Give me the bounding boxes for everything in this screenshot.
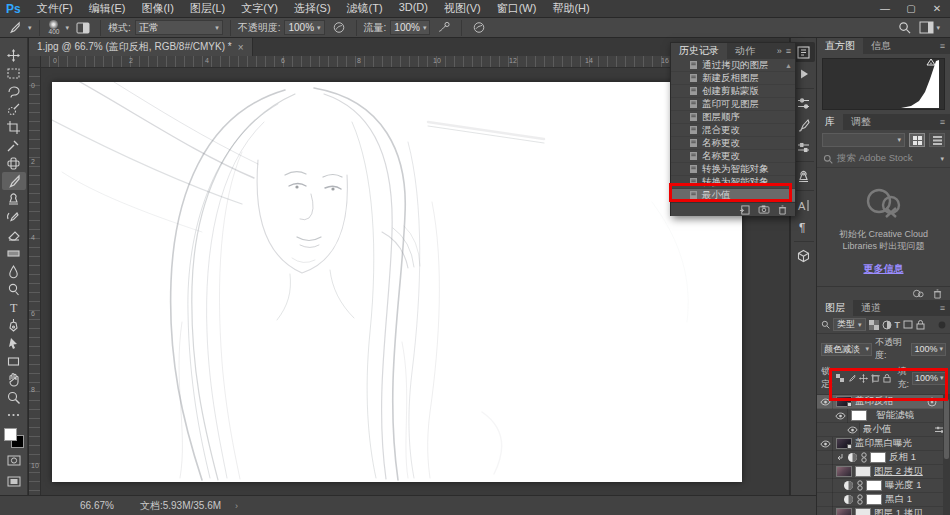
layer-visibility-toggle[interactable] xyxy=(819,465,833,479)
document-tab[interactable]: 1.jpg @ 66.7% (盖印反相, RGB/8#/CMYK) * × xyxy=(29,38,253,56)
filter-type-select[interactable]: 类型▾ xyxy=(833,318,866,331)
more-info-link[interactable]: 更多信息 xyxy=(864,262,904,276)
eyedropper-tool[interactable] xyxy=(2,136,26,154)
tab-libraries[interactable]: 库 xyxy=(817,114,843,130)
workspace-switcher-icon[interactable]: ▾ xyxy=(919,21,940,34)
filter-shape-icon[interactable] xyxy=(903,320,913,329)
tab-layers[interactable]: 图层 xyxy=(817,300,853,316)
history-item[interactable]: 转换为智能对象 xyxy=(671,176,795,189)
brush-tool[interactable] xyxy=(2,172,26,190)
history-item[interactable]: 混合更改 xyxy=(671,124,795,137)
layer-thumbnail[interactable] xyxy=(836,508,852,515)
minimize-button[interactable]: — xyxy=(872,1,898,17)
history-item[interactable]: 盖印可见图层 xyxy=(671,98,795,111)
status-options-chevron-icon[interactable]: › xyxy=(235,501,238,511)
tab-adjustments[interactable]: 调整 xyxy=(843,114,879,130)
new-document-from-state-icon[interactable] xyxy=(739,205,750,215)
layer-row[interactable]: 图层 1 拷贝 xyxy=(817,507,950,515)
history-item[interactable]: 新建反相图层 xyxy=(671,72,795,85)
canvas-image[interactable] xyxy=(52,82,742,482)
dodge-tool[interactable] xyxy=(2,280,26,298)
lock-image-icon[interactable] xyxy=(847,374,856,383)
collapse-panel-icon[interactable]: » xyxy=(777,46,782,56)
quick-select-tool[interactable] xyxy=(2,100,26,118)
library-select[interactable]: ▾ xyxy=(822,133,905,147)
layer-row[interactable]: 最小值 xyxy=(817,423,950,437)
lock-artboard-icon[interactable] xyxy=(871,374,880,383)
layer-visibility-toggle[interactable] xyxy=(819,395,833,409)
menu-item-10[interactable]: 窗口(W) xyxy=(489,1,545,16)
layer-row[interactable]: 智能滤镜 xyxy=(817,409,950,423)
layer-thumbnail[interactable] xyxy=(836,466,852,477)
filter-pin-icon[interactable] xyxy=(938,321,946,329)
menu-item-3[interactable]: 图像(I) xyxy=(133,1,181,16)
history-item[interactable]: 创建剪贴蒙版 xyxy=(671,85,795,98)
layer-thumbnail[interactable] xyxy=(836,396,852,407)
screen-mode-icon[interactable] xyxy=(2,472,26,490)
filter-pixel-icon[interactable] xyxy=(869,320,879,330)
adjustment-layer-icon[interactable] xyxy=(843,480,854,491)
pen-tool[interactable] xyxy=(2,316,26,334)
opacity-select[interactable]: 100%▾ xyxy=(284,20,324,35)
histogram-panel-menu-icon[interactable]: ≡ xyxy=(940,41,950,51)
menu-item-5[interactable]: 文字(Y) xyxy=(233,1,286,16)
path-select-tool[interactable] xyxy=(2,334,26,352)
layers-scrollbar[interactable] xyxy=(943,395,950,515)
tab-histogram[interactable]: 直方图 xyxy=(817,38,863,54)
menu-item-11[interactable]: 帮助(H) xyxy=(544,1,597,16)
blur-tool[interactable] xyxy=(2,262,26,280)
layer-thumbnail[interactable] xyxy=(836,438,852,449)
search-icon[interactable] xyxy=(898,21,911,34)
layer-row[interactable]: 反相 1 xyxy=(817,451,950,465)
pressure-opacity-icon[interactable] xyxy=(329,20,349,36)
tab-history[interactable]: 历史记录 xyxy=(671,43,727,59)
panel-menu-icon[interactable]: ≡ xyxy=(786,46,791,56)
document-close-icon[interactable]: × xyxy=(238,42,244,53)
delete-library-item-icon[interactable] xyxy=(933,289,942,299)
layer-thumbnail[interactable] xyxy=(855,508,871,515)
delete-state-icon[interactable] xyxy=(778,205,787,215)
gradient-tool[interactable] xyxy=(2,244,26,262)
layer-row[interactable]: 盖印反相⌃ xyxy=(817,395,950,409)
3d-panel-icon[interactable] xyxy=(793,246,815,266)
color-swatches[interactable] xyxy=(4,428,24,448)
new-snapshot-icon[interactable] xyxy=(758,205,770,214)
layer-thumbnail[interactable] xyxy=(851,410,867,421)
menu-item-7[interactable]: 滤镜(T) xyxy=(339,1,391,16)
maximize-button[interactable]: ▢ xyxy=(898,1,924,17)
layer-thumbnail[interactable] xyxy=(866,480,882,491)
clone-stamp-tool[interactable] xyxy=(2,190,26,208)
layer-row[interactable]: 图层 2 拷贝 xyxy=(817,465,950,479)
lock-transparent-icon[interactable] xyxy=(836,374,844,382)
layer-visibility-toggle[interactable] xyxy=(834,409,848,423)
shape-tool[interactable] xyxy=(2,352,26,370)
layer-visibility-toggle[interactable] xyxy=(819,507,833,515)
layer-visibility-toggle[interactable] xyxy=(819,493,833,507)
tool-preset-chevron-icon[interactable]: ▾ xyxy=(28,24,32,32)
history-brush-tool[interactable] xyxy=(2,208,26,226)
layer-visibility-toggle[interactable] xyxy=(819,479,833,493)
blend-mode-select[interactable]: 正常▾ xyxy=(135,20,223,35)
healing-tool[interactable] xyxy=(2,154,26,172)
layer-visibility-toggle[interactable] xyxy=(846,423,860,437)
menu-item-2[interactable]: 编辑(E) xyxy=(81,1,134,16)
brush-preset-chevron-icon[interactable]: ▾ xyxy=(65,24,69,32)
layer-thumbnail[interactable] xyxy=(866,494,882,505)
stock-search-field[interactable]: 搜索 Adobe Stock ▾ xyxy=(817,150,950,168)
ellipsis-tool[interactable] xyxy=(2,406,26,424)
brush-preset-picker[interactable]: 400 xyxy=(47,20,62,35)
airbrush-icon[interactable] xyxy=(434,20,454,36)
history-item[interactable]: 转换为智能对象 xyxy=(671,163,795,176)
adjustment-layer-icon[interactable] xyxy=(843,494,854,505)
history-item[interactable]: 名称更改 xyxy=(671,150,795,163)
history-item[interactable]: 通过拷贝的图层▲ xyxy=(671,59,795,72)
filter-smart-object-icon[interactable] xyxy=(916,320,925,330)
smart-filter-icon[interactable] xyxy=(927,397,937,407)
marquee-tool[interactable] xyxy=(2,64,26,82)
menu-item-4[interactable]: 图层(L) xyxy=(182,1,233,16)
history-item[interactable]: 名称更改 xyxy=(671,137,795,150)
layer-opacity-select[interactable]: 100%▾ xyxy=(911,343,946,356)
grid-view-icon[interactable] xyxy=(909,133,925,147)
layer-thumbnail[interactable] xyxy=(855,466,871,477)
layer-row[interactable]: 黑白 1 xyxy=(817,493,950,507)
